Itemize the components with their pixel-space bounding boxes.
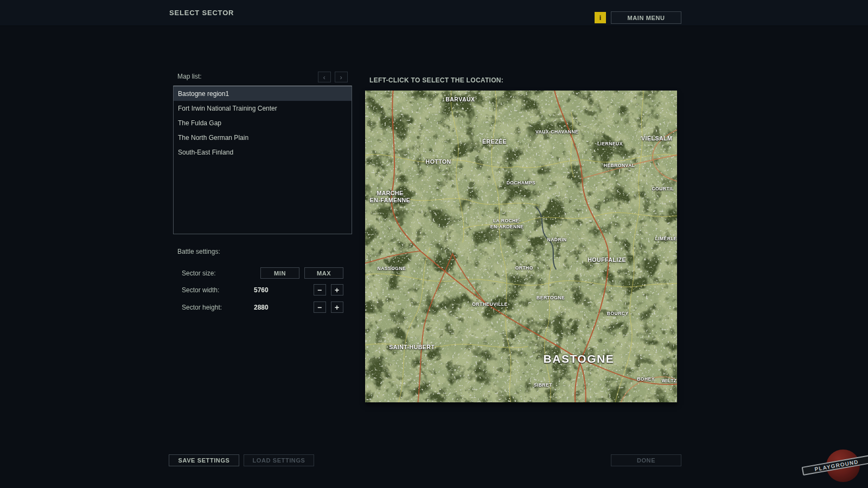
sector-height-decrement-button[interactable]: − — [314, 301, 326, 313]
map-town-label: BERTOGNE — [537, 295, 565, 301]
sector-width-decrement-button[interactable]: − — [314, 284, 326, 296]
page-title: SELECT SECTOR — [169, 0, 234, 25]
map-list-prev-button[interactable]: ‹ — [318, 72, 331, 82]
map-town-label: HÉBRONVAL — [604, 163, 635, 169]
info-button[interactable]: i — [595, 12, 606, 23]
map-town-label: ORTHEUVILLE — [472, 301, 507, 307]
sector-width-label: Sector width: — [182, 286, 219, 294]
map-list: Bastogne region1Fort Irwin National Trai… — [173, 86, 352, 234]
map-list-item[interactable]: South-East Finland — [174, 145, 352, 159]
sector-width-value: 5760 — [254, 286, 269, 294]
map-list-item[interactable]: The North German Plain — [174, 130, 352, 145]
map-list-label: Map list: — [177, 73, 202, 80]
done-button[interactable]: DONE — [611, 454, 681, 466]
save-settings-button[interactable]: SAVE SETTINGS — [169, 454, 239, 466]
top-bar — [0, 0, 868, 26]
map-town-label: COURTIL — [652, 186, 674, 192]
map-town-label: HOUFFALIZE — [588, 257, 626, 264]
battle-settings-label: Battle settings: — [177, 248, 220, 255]
info-icon: i — [599, 14, 602, 22]
map-town-label: SIBRET — [534, 382, 552, 388]
map-town-label: VAUX-CHAVANNE — [535, 129, 578, 135]
map-list-item[interactable]: Fort Irwin National Training Center — [174, 101, 352, 115]
chevron-left-icon: ‹ — [323, 73, 326, 81]
main-menu-button[interactable]: MAIN MENU — [611, 11, 681, 24]
map-town-label: VIELSALM — [641, 136, 672, 143]
map-town-layer: BARVAUXVAUX-CHAVANNEVIELSALMÉREZÉELIERNE… — [365, 91, 677, 402]
map-town-label: ÉREZÉE — [482, 138, 507, 145]
map-instruction-label: LEFT-CLICK TO SELECT THE LOCATION: — [369, 76, 503, 84]
chevron-right-icon: › — [340, 73, 343, 81]
map-town-label: BARVAUX — [445, 97, 475, 104]
sector-height-value: 2880 — [254, 304, 269, 311]
load-settings-button[interactable]: LOAD SETTINGS — [244, 454, 314, 466]
map-town-label: ORTHO — [515, 265, 533, 271]
select-sector-screen: SELECT SECTOR i MAIN MENU Map list: ‹ › … — [0, 0, 868, 488]
map-town-label: BOURCY — [607, 311, 629, 317]
map-town-label: WILTZ — [662, 377, 677, 383]
sector-size-label: Sector size: — [182, 269, 216, 277]
map-town-label: MARCHE EN-FAMENNE — [370, 189, 410, 203]
playground-watermark: PLAYGROUND — [809, 440, 868, 488]
map-list-item[interactable]: The Fulda Gap — [174, 115, 352, 130]
map-town-label: NASSOGNE — [378, 265, 406, 271]
map-list-next-button[interactable]: › — [335, 72, 348, 82]
map-list-item[interactable]: Bastogne region1 — [174, 86, 352, 101]
map-town-label: DOCHAMPS — [507, 179, 536, 185]
map-town-label: NADRIN — [547, 237, 567, 243]
sector-size-min-button[interactable]: MIN — [260, 267, 299, 279]
map-town-label: LIMERLÉ — [655, 236, 677, 242]
sector-height-label: Sector height: — [182, 304, 222, 311]
sector-size-max-button[interactable]: MAX — [304, 267, 343, 279]
map-town-label: BASTOGNE — [544, 351, 615, 365]
sector-width-increment-button[interactable]: + — [331, 284, 343, 296]
sector-height-increment-button[interactable]: + — [331, 301, 343, 313]
map-town-label: HOTTON — [426, 159, 451, 166]
map-town-label: SAINT-HUBERT — [389, 344, 435, 351]
map-town-label: BOHEY — [637, 376, 655, 382]
map-town-label: LIERNEUX — [597, 140, 623, 146]
map-town-label: LA ROCHE- EN-ARDENNE — [490, 218, 524, 229]
sector-map[interactable]: BARVAUXVAUX-CHAVANNEVIELSALMÉREZÉELIERNE… — [365, 91, 677, 402]
